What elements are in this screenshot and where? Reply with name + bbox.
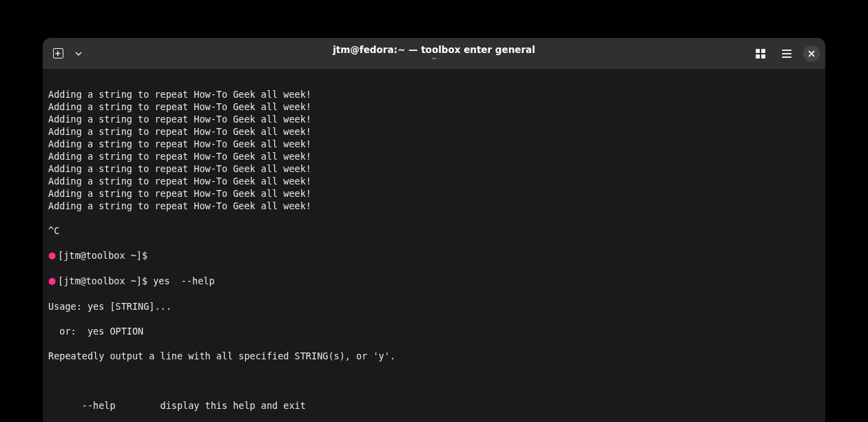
terminal-window: + jtm@fedora:~ — toolbox enter general ~: [43, 38, 825, 422]
help-line: [48, 374, 820, 387]
titlebar-right-controls: [751, 44, 820, 63]
prompt-text: [jtm@toolbox ~]$: [58, 275, 147, 286]
hex-icon: ⬢: [48, 275, 58, 288]
output-line: Adding a string to repeat How-To Geek al…: [48, 88, 820, 101]
help-line: Usage: yes [STRING]...: [48, 300, 820, 313]
command-text: yes --help: [147, 275, 215, 286]
tab-dropdown-button[interactable]: [69, 44, 88, 63]
output-line: Adding a string to repeat How-To Geek al…: [48, 162, 820, 175]
title-center: jtm@fedora:~ — toolbox enter general ~: [333, 44, 535, 63]
output-line: Adding a string to repeat How-To Geek al…: [48, 187, 820, 200]
output-line: Adding a string to repeat How-To Geek al…: [48, 138, 820, 150]
window-subtitle: ~: [333, 55, 535, 63]
titlebar-left-controls: +: [48, 44, 88, 63]
help-line: --help display this help and exit: [48, 399, 820, 412]
output-line: Adding a string to repeat How-To Geek al…: [48, 175, 820, 187]
close-icon: [808, 50, 815, 57]
terminal-content[interactable]: Adding a string to repeat How-To Geek al…: [43, 69, 825, 422]
overview-button[interactable]: [751, 44, 770, 63]
help-line: Repeatedly output a line with all specif…: [48, 350, 820, 362]
grid-icon: [756, 49, 765, 59]
hex-icon: ⬢: [48, 250, 58, 262]
prompt-line-1: ⬢[jtm@toolbox ~]$: [48, 249, 820, 262]
close-button[interactable]: [803, 45, 820, 62]
output-line: Adding a string to repeat How-To Geek al…: [48, 101, 820, 113]
interrupt-line: ^C: [48, 224, 820, 237]
output-line: Adding a string to repeat How-To Geek al…: [48, 113, 820, 125]
output-line: Adding a string to repeat How-To Geek al…: [48, 125, 820, 138]
plus-square-icon: +: [53, 48, 63, 59]
window-title: jtm@fedora:~ — toolbox enter general: [333, 44, 535, 55]
hamburger-icon: [782, 50, 792, 58]
prompt-line-2: ⬢[jtm@toolbox ~]$ yes --help: [48, 275, 820, 288]
output-line: Adding a string to repeat How-To Geek al…: [48, 200, 820, 212]
new-tab-button[interactable]: +: [48, 44, 68, 63]
chevron-down-icon: [75, 50, 82, 57]
help-line: or: yes OPTION: [48, 325, 820, 337]
prompt-text: [jtm@toolbox ~]$: [58, 250, 147, 261]
menu-button[interactable]: [777, 44, 796, 63]
output-line: Adding a string to repeat How-To Geek al…: [48, 150, 820, 162]
titlebar: + jtm@fedora:~ — toolbox enter general ~: [43, 38, 825, 69]
